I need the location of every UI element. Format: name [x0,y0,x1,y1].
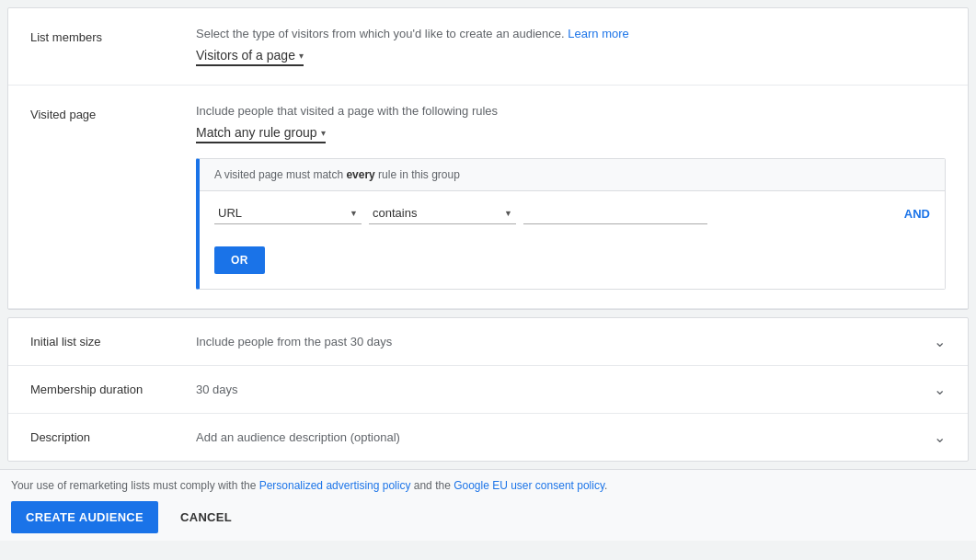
expandable-sections-card: Initial list size Include people from th… [7,317,969,462]
visited-page-section: Visited page Include people that visited… [8,86,968,309]
list-members-section: List members Select the type of visitors… [8,8,968,86]
rule-group-header: A visited page must match every rule in … [200,159,945,191]
list-members-content: Select the type of visitors from which y… [196,27,946,66]
contains-select[interactable]: contains [369,202,516,224]
url-select[interactable]: URL [214,202,362,224]
contains-select-wrapper: contains [369,202,516,224]
description-value: Add an audience description (optional) [196,430,934,444]
url-select-wrapper: URL [214,202,362,224]
rule-row: URL contains AND [200,191,945,235]
visitors-dropdown-value: Visitors of a page [196,48,295,63]
visited-page-label: Visited page [30,104,196,121]
rule-group-emphasis: every [346,168,374,181]
description-label: Description [30,430,196,444]
description-expand-icon: ⌄ [934,429,946,446]
visited-page-content: Include people that visited a page with … [196,104,946,290]
membership-duration-value: 30 days [196,383,934,396]
match-rule-dropdown-value: Match any rule group [196,125,317,140]
and-button[interactable]: AND [904,207,930,221]
learn-more-link[interactable]: Learn more [568,27,628,40]
membership-duration-expand-icon: ⌄ [934,381,946,398]
personalized-policy-link[interactable]: Personalized advertising policy [259,479,411,492]
compliance-text: Your use of remarketing lists must compl… [7,479,969,492]
create-audience-button[interactable]: CREATE AUDIENCE [11,501,158,533]
action-buttons: CREATE AUDIENCE CANCEL [7,501,969,533]
initial-list-size-label: Initial list size [30,335,196,349]
rule-group-box: A visited page must match every rule in … [196,158,946,290]
list-members-description: Select the type of visitors from which y… [196,27,946,40]
membership-duration-label: Membership duration [30,383,196,396]
list-members-label: List members [30,27,196,44]
initial-list-expand-icon: ⌄ [934,333,946,350]
or-button[interactable]: OR [214,246,265,274]
visitors-dropdown[interactable]: Visitors of a page ▾ [196,48,304,66]
match-rule-dropdown[interactable]: Match any rule group ▾ [196,125,326,143]
eu-policy-link[interactable]: Google EU user consent policy [454,479,604,492]
match-rule-dropdown-arrow: ▾ [321,128,326,138]
membership-duration-section[interactable]: Membership duration 30 days ⌄ [8,366,968,414]
audience-form-card: List members Select the type of visitors… [7,7,969,310]
footer-bar: Your use of remarketing lists must compl… [0,469,976,541]
url-value-input[interactable] [523,202,707,224]
visited-page-description: Include people that visited a page with … [196,104,946,118]
cancel-button[interactable]: CANCEL [166,501,247,533]
visitors-dropdown-arrow: ▾ [299,51,304,61]
initial-list-size-value: Include people from the past 30 days [196,335,934,349]
description-section[interactable]: Description Add an audience description … [8,414,968,461]
initial-list-size-section[interactable]: Initial list size Include people from th… [8,318,968,366]
